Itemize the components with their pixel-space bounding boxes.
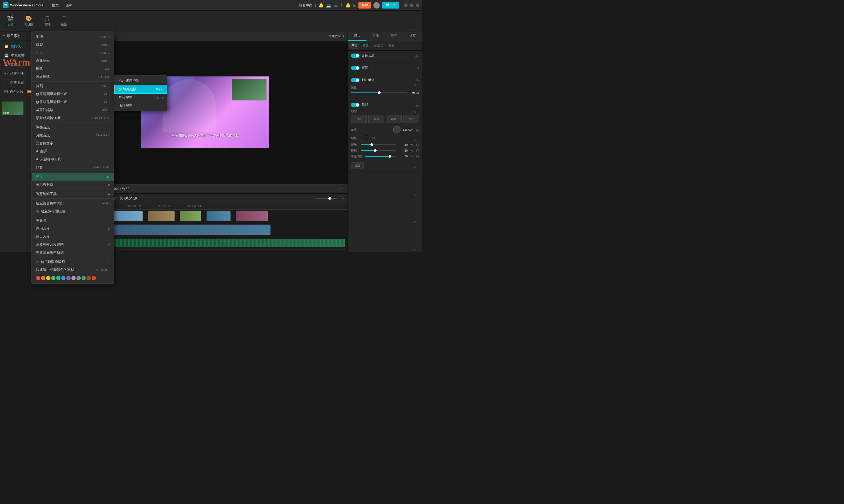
avatar[interactable] bbox=[373, 2, 380, 8]
menu-trim-start[interactable]: 修剪開頭至游標位置 Alt+[ bbox=[32, 90, 114, 98]
tab-audio[interactable]: 音訊 bbox=[366, 32, 385, 41]
quality-dropdown-icon[interactable]: ▾ bbox=[342, 34, 344, 38]
menu-ai-translate[interactable]: AI 翻譯 bbox=[32, 147, 114, 155]
clip-bg4 bbox=[207, 211, 230, 221]
menu-ai-vocal[interactable]: AI 人聲移除工具 bbox=[32, 155, 114, 163]
subtab-mask[interactable]: 遮罩 bbox=[361, 42, 371, 49]
zoom-thumb[interactable] bbox=[328, 197, 331, 200]
menu-edit[interactable]: 編輯 bbox=[63, 2, 76, 9]
bg-label: 背景 bbox=[362, 66, 368, 70]
tab-video[interactable]: 影片 bbox=[348, 32, 366, 41]
audio-waveform[interactable] bbox=[100, 239, 345, 247]
reset-button[interactable]: 重設 bbox=[351, 162, 364, 169]
speed-add-freeze[interactable]: 添加凍結幀 Alt+F bbox=[114, 85, 167, 94]
subtab-anim[interactable]: 動畫 bbox=[386, 42, 397, 49]
menu-export-clip[interactable]: 匯出片段 bbox=[32, 233, 114, 240]
expand-icon[interactable]: ▾ bbox=[3, 34, 5, 38]
menu-effects[interactable]: 效果與遮罩 bbox=[32, 181, 114, 188]
zoom-slider[interactable] bbox=[316, 198, 337, 199]
speed-submenu[interactable]: 顯示速度控制 添加凍結幀 Alt+F 常規變速 Ctrl+R 曲線變速 bbox=[114, 75, 168, 111]
menu-delete[interactable]: 刪除 Del bbox=[32, 65, 114, 73]
purchase-button[interactable]: 媒體 bbox=[358, 2, 371, 8]
menu-rename[interactable]: 重命名 bbox=[32, 217, 114, 224]
menu-mute-label: 靜音 bbox=[36, 165, 88, 170]
maximize-button[interactable] bbox=[410, 3, 414, 7]
shadow-spread[interactable]: 鋪面 bbox=[386, 115, 402, 123]
tab-color[interactable]: 顏色 bbox=[385, 32, 404, 41]
opacity-track[interactable] bbox=[365, 156, 396, 157]
menu-range-select[interactable]: 選取剪輯片段範圍 X bbox=[32, 240, 114, 249]
zoom-in-icon[interactable]: ＋ bbox=[341, 196, 344, 201]
shadow-toggle[interactable] bbox=[351, 103, 359, 107]
fullscreen-icon[interactable]: ⛶ bbox=[341, 187, 344, 191]
speed-show-control[interactable]: 顯示速度控制 bbox=[114, 77, 167, 85]
brightness-thumb[interactable] bbox=[378, 91, 381, 94]
top-bar-right: 命名專案 ℹ 🔔 💻 ☁ ⬇ 🔔 ⊞ 媒體 匯出 ▾ bbox=[299, 2, 420, 8]
menu-cut[interactable]: 剪切 Ctrl+X bbox=[32, 33, 114, 41]
demo-thumbnail[interactable]: demo bbox=[2, 102, 23, 115]
time-m4: 00:00:43:04 bbox=[187, 205, 201, 208]
composite-toggle[interactable] bbox=[351, 54, 359, 58]
bg-toggle[interactable] bbox=[351, 66, 359, 70]
menu-ripple-delete[interactable]: 波紋刪除 Shift+Del bbox=[32, 73, 114, 81]
blur-track[interactable] bbox=[361, 150, 396, 151]
figure-placeholder bbox=[162, 79, 216, 132]
distance-track[interactable] bbox=[361, 144, 396, 145]
menu-effects-label: 效果與遮罩 bbox=[36, 182, 109, 187]
menu-split[interactable]: 分割 Ctrl+B bbox=[32, 82, 114, 90]
shadow-toggle-row: 除影 ◇ bbox=[351, 103, 419, 107]
toolbar-audio[interactable]: 🎵 音訊 bbox=[41, 14, 53, 28]
menu-trim-end[interactable]: 修剪結尾至游標位置 Alt+] bbox=[32, 98, 114, 106]
export-button[interactable]: 匯出 ▾ bbox=[382, 2, 399, 8]
menu-dup[interactable]: 創建副本 Ctrl+D bbox=[32, 57, 114, 65]
zoom-out-icon[interactable]: － bbox=[308, 196, 311, 201]
eyedropper-icon[interactable]: ✏ bbox=[372, 136, 375, 140]
clip-demo[interactable]: demo bbox=[100, 224, 270, 235]
menu-sep-audio[interactable]: 分離音訊 Ctrl+Alt+D bbox=[32, 131, 114, 139]
angle-dial[interactable] bbox=[393, 126, 401, 133]
minimize-button[interactable] bbox=[404, 3, 408, 7]
shadow-soft[interactable]: 柔和 bbox=[368, 115, 384, 123]
color-swatch[interactable] bbox=[361, 135, 369, 141]
speed-normal[interactable]: 常規變速 Ctrl+R bbox=[114, 94, 167, 102]
menu-file[interactable]: 檔案 bbox=[49, 2, 62, 9]
menu-copy[interactable]: 複製 Ctrl+C bbox=[32, 41, 114, 49]
toolbar-media[interactable]: 🎬 媒體 bbox=[4, 14, 16, 28]
clip-video-2c[interactable] bbox=[180, 211, 201, 221]
menu-mute-shortcut: Ctrl+Shift+M bbox=[93, 166, 109, 169]
menu-paste[interactable]: 貼貼 Ctrl+V bbox=[32, 49, 114, 57]
opacity-thumb[interactable] bbox=[389, 155, 391, 158]
clip-video-2d[interactable] bbox=[207, 211, 230, 221]
right-subtabs: 基礎 遮罩 AI 工具 動畫 bbox=[348, 41, 422, 51]
menu-speech-text[interactable]: 語音轉文字 bbox=[32, 139, 114, 147]
subtab-ai[interactable]: AI 工具 bbox=[372, 42, 385, 49]
opt-toggle[interactable] bbox=[351, 78, 359, 82]
menu-find-in-panel[interactable]: 在資源面板中找到 bbox=[32, 249, 114, 252]
menu-speed[interactable]: 速度 ▶ bbox=[32, 173, 114, 181]
menu-compound[interactable]: 建立複合剪輯片段 Alt+G bbox=[32, 199, 114, 207]
menu-smart-edit[interactable]: 智慧編輯工具 bbox=[32, 190, 114, 198]
menu-multicam[interactable]: 📷 建立多相機組組 bbox=[32, 207, 114, 215]
speed-show-label: 顯示速度控制 bbox=[119, 78, 163, 83]
menu-mute[interactable]: 靜音 Ctrl+Shift+M bbox=[32, 163, 114, 171]
toolbar-text[interactable]: T 標題 bbox=[58, 14, 70, 28]
menu-adj-audio[interactable]: 調整音訊 bbox=[32, 123, 114, 131]
clip-video-2e[interactable] bbox=[236, 211, 268, 221]
menu-ripple-shortcut: Shift+Del bbox=[98, 75, 109, 78]
close-button[interactable] bbox=[416, 3, 420, 7]
speed-normal-shortcut: Ctrl+R bbox=[155, 96, 163, 100]
toolbar-library[interactable]: 🎨 素材庫 bbox=[22, 14, 36, 28]
nav-folder-label: 檔案夾 bbox=[11, 44, 21, 49]
menu-disable[interactable]: 停用片段 E bbox=[32, 224, 114, 233]
clip-video-2b[interactable] bbox=[148, 211, 175, 221]
distance-thumb[interactable] bbox=[370, 143, 373, 146]
adjust-icon: 🎛 bbox=[4, 81, 8, 85]
speed-curve[interactable]: 曲線變速 bbox=[114, 102, 167, 110]
shadow-preset[interactable]: 預設 bbox=[351, 115, 367, 123]
context-menu[interactable]: 剪切 Ctrl+X 複製 Ctrl+C 貼貼 Ctrl+V 創建副本 Ctrl+… bbox=[32, 32, 114, 252]
subtab-basic[interactable]: 基礎 bbox=[349, 42, 359, 49]
menu-rotate[interactable]: 順時針旋轉90度 Ctrl+Alt+右鍵 bbox=[32, 114, 114, 122]
blur-thumb[interactable] bbox=[374, 149, 376, 152]
brightness-track[interactable] bbox=[351, 92, 407, 93]
menu-crop[interactable]: 裁剪和縮放 Alt+C bbox=[32, 106, 114, 114]
